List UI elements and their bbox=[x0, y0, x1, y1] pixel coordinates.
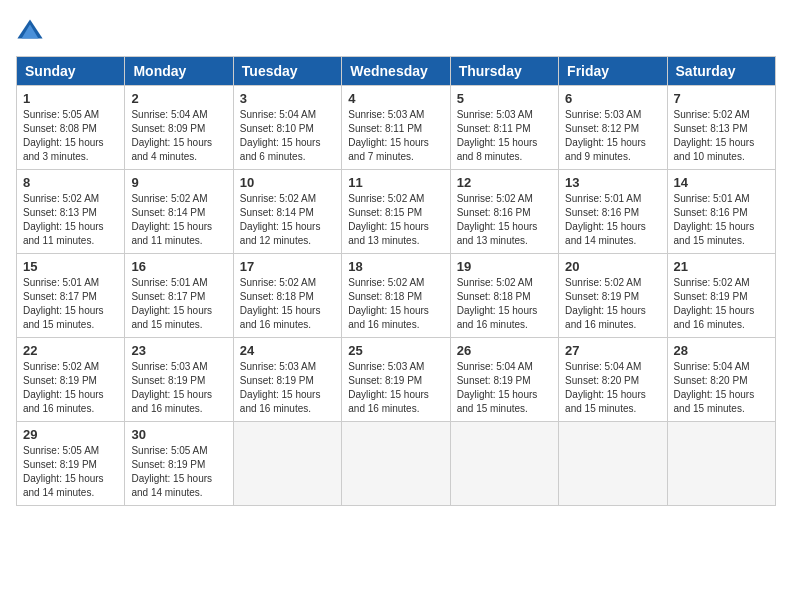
daylight-text: Daylight: 15 hours and 11 minutes. bbox=[131, 221, 212, 246]
calendar-day-cell: 22 Sunrise: 5:02 AM Sunset: 8:19 PM Dayl… bbox=[17, 338, 125, 422]
day-info: Sunrise: 5:03 AM Sunset: 8:19 PM Dayligh… bbox=[131, 360, 226, 416]
sunset-text: Sunset: 8:19 PM bbox=[131, 375, 205, 386]
sunrise-text: Sunrise: 5:02 AM bbox=[674, 109, 750, 120]
page-container: SundayMondayTuesdayWednesdayThursdayFrid… bbox=[16, 16, 776, 506]
sunrise-text: Sunrise: 5:01 AM bbox=[23, 277, 99, 288]
daylight-text: Daylight: 15 hours and 15 minutes. bbox=[131, 305, 212, 330]
weekday-header-saturday: Saturday bbox=[667, 57, 775, 86]
day-info: Sunrise: 5:04 AM Sunset: 8:20 PM Dayligh… bbox=[674, 360, 769, 416]
calendar-day-cell: 7 Sunrise: 5:02 AM Sunset: 8:13 PM Dayli… bbox=[667, 86, 775, 170]
sunrise-text: Sunrise: 5:02 AM bbox=[131, 193, 207, 204]
day-number: 2 bbox=[131, 91, 226, 106]
daylight-text: Daylight: 15 hours and 12 minutes. bbox=[240, 221, 321, 246]
daylight-text: Daylight: 15 hours and 15 minutes. bbox=[674, 221, 755, 246]
calendar-day-cell: 5 Sunrise: 5:03 AM Sunset: 8:11 PM Dayli… bbox=[450, 86, 558, 170]
weekday-header-thursday: Thursday bbox=[450, 57, 558, 86]
day-info: Sunrise: 5:02 AM Sunset: 8:13 PM Dayligh… bbox=[674, 108, 769, 164]
daylight-text: Daylight: 15 hours and 13 minutes. bbox=[457, 221, 538, 246]
day-number: 14 bbox=[674, 175, 769, 190]
day-info: Sunrise: 5:05 AM Sunset: 8:19 PM Dayligh… bbox=[23, 444, 118, 500]
day-info: Sunrise: 5:03 AM Sunset: 8:19 PM Dayligh… bbox=[240, 360, 335, 416]
day-info: Sunrise: 5:02 AM Sunset: 8:19 PM Dayligh… bbox=[565, 276, 660, 332]
sunrise-text: Sunrise: 5:02 AM bbox=[674, 277, 750, 288]
daylight-text: Daylight: 15 hours and 16 minutes. bbox=[131, 389, 212, 414]
day-info: Sunrise: 5:02 AM Sunset: 8:16 PM Dayligh… bbox=[457, 192, 552, 248]
calendar-day-cell bbox=[342, 422, 450, 506]
sunset-text: Sunset: 8:19 PM bbox=[348, 375, 422, 386]
sunset-text: Sunset: 8:19 PM bbox=[240, 375, 314, 386]
day-number: 11 bbox=[348, 175, 443, 190]
day-number: 13 bbox=[565, 175, 660, 190]
sunset-text: Sunset: 8:09 PM bbox=[131, 123, 205, 134]
sunrise-text: Sunrise: 5:02 AM bbox=[23, 361, 99, 372]
daylight-text: Daylight: 15 hours and 10 minutes. bbox=[674, 137, 755, 162]
day-number: 29 bbox=[23, 427, 118, 442]
daylight-text: Daylight: 15 hours and 14 minutes. bbox=[131, 473, 212, 498]
sunrise-text: Sunrise: 5:05 AM bbox=[23, 445, 99, 456]
day-number: 4 bbox=[348, 91, 443, 106]
day-info: Sunrise: 5:03 AM Sunset: 8:11 PM Dayligh… bbox=[457, 108, 552, 164]
day-info: Sunrise: 5:04 AM Sunset: 8:09 PM Dayligh… bbox=[131, 108, 226, 164]
day-info: Sunrise: 5:02 AM Sunset: 8:18 PM Dayligh… bbox=[240, 276, 335, 332]
sunrise-text: Sunrise: 5:04 AM bbox=[240, 109, 316, 120]
daylight-text: Daylight: 15 hours and 11 minutes. bbox=[23, 221, 104, 246]
sunrise-text: Sunrise: 5:01 AM bbox=[131, 277, 207, 288]
day-number: 25 bbox=[348, 343, 443, 358]
calendar-week-row: 8 Sunrise: 5:02 AM Sunset: 8:13 PM Dayli… bbox=[17, 170, 776, 254]
day-number: 26 bbox=[457, 343, 552, 358]
sunset-text: Sunset: 8:16 PM bbox=[674, 207, 748, 218]
sunset-text: Sunset: 8:14 PM bbox=[240, 207, 314, 218]
sunset-text: Sunset: 8:19 PM bbox=[23, 375, 97, 386]
day-number: 12 bbox=[457, 175, 552, 190]
calendar-day-cell: 4 Sunrise: 5:03 AM Sunset: 8:11 PM Dayli… bbox=[342, 86, 450, 170]
calendar-week-row: 29 Sunrise: 5:05 AM Sunset: 8:19 PM Dayl… bbox=[17, 422, 776, 506]
daylight-text: Daylight: 15 hours and 16 minutes. bbox=[240, 305, 321, 330]
sunset-text: Sunset: 8:19 PM bbox=[131, 459, 205, 470]
day-info: Sunrise: 5:03 AM Sunset: 8:19 PM Dayligh… bbox=[348, 360, 443, 416]
calendar-day-cell: 15 Sunrise: 5:01 AM Sunset: 8:17 PM Dayl… bbox=[17, 254, 125, 338]
daylight-text: Daylight: 15 hours and 7 minutes. bbox=[348, 137, 429, 162]
calendar-day-cell: 30 Sunrise: 5:05 AM Sunset: 8:19 PM Dayl… bbox=[125, 422, 233, 506]
calendar-day-cell: 14 Sunrise: 5:01 AM Sunset: 8:16 PM Dayl… bbox=[667, 170, 775, 254]
sunset-text: Sunset: 8:08 PM bbox=[23, 123, 97, 134]
day-info: Sunrise: 5:04 AM Sunset: 8:19 PM Dayligh… bbox=[457, 360, 552, 416]
day-number: 20 bbox=[565, 259, 660, 274]
sunset-text: Sunset: 8:16 PM bbox=[457, 207, 531, 218]
sunset-text: Sunset: 8:19 PM bbox=[674, 291, 748, 302]
sunrise-text: Sunrise: 5:03 AM bbox=[131, 361, 207, 372]
day-info: Sunrise: 5:01 AM Sunset: 8:16 PM Dayligh… bbox=[565, 192, 660, 248]
day-number: 5 bbox=[457, 91, 552, 106]
calendar-day-cell: 17 Sunrise: 5:02 AM Sunset: 8:18 PM Dayl… bbox=[233, 254, 341, 338]
day-info: Sunrise: 5:02 AM Sunset: 8:19 PM Dayligh… bbox=[23, 360, 118, 416]
daylight-text: Daylight: 15 hours and 14 minutes. bbox=[565, 221, 646, 246]
daylight-text: Daylight: 15 hours and 9 minutes. bbox=[565, 137, 646, 162]
day-number: 6 bbox=[565, 91, 660, 106]
day-number: 16 bbox=[131, 259, 226, 274]
calendar-day-cell: 29 Sunrise: 5:05 AM Sunset: 8:19 PM Dayl… bbox=[17, 422, 125, 506]
day-info: Sunrise: 5:04 AM Sunset: 8:10 PM Dayligh… bbox=[240, 108, 335, 164]
weekday-header-tuesday: Tuesday bbox=[233, 57, 341, 86]
daylight-text: Daylight: 15 hours and 3 minutes. bbox=[23, 137, 104, 162]
sunrise-text: Sunrise: 5:02 AM bbox=[565, 277, 641, 288]
day-number: 23 bbox=[131, 343, 226, 358]
daylight-text: Daylight: 15 hours and 6 minutes. bbox=[240, 137, 321, 162]
day-number: 9 bbox=[131, 175, 226, 190]
sunrise-text: Sunrise: 5:02 AM bbox=[457, 193, 533, 204]
daylight-text: Daylight: 15 hours and 16 minutes. bbox=[674, 305, 755, 330]
day-number: 8 bbox=[23, 175, 118, 190]
day-info: Sunrise: 5:02 AM Sunset: 8:19 PM Dayligh… bbox=[674, 276, 769, 332]
sunset-text: Sunset: 8:10 PM bbox=[240, 123, 314, 134]
sunrise-text: Sunrise: 5:02 AM bbox=[457, 277, 533, 288]
day-info: Sunrise: 5:02 AM Sunset: 8:14 PM Dayligh… bbox=[240, 192, 335, 248]
daylight-text: Daylight: 15 hours and 16 minutes. bbox=[348, 389, 429, 414]
calendar-day-cell: 18 Sunrise: 5:02 AM Sunset: 8:18 PM Dayl… bbox=[342, 254, 450, 338]
calendar-day-cell: 11 Sunrise: 5:02 AM Sunset: 8:15 PM Dayl… bbox=[342, 170, 450, 254]
sunrise-text: Sunrise: 5:03 AM bbox=[348, 109, 424, 120]
header bbox=[16, 16, 776, 44]
day-number: 7 bbox=[674, 91, 769, 106]
sunrise-text: Sunrise: 5:04 AM bbox=[674, 361, 750, 372]
daylight-text: Daylight: 15 hours and 16 minutes. bbox=[240, 389, 321, 414]
sunrise-text: Sunrise: 5:03 AM bbox=[565, 109, 641, 120]
day-number: 10 bbox=[240, 175, 335, 190]
day-info: Sunrise: 5:05 AM Sunset: 8:08 PM Dayligh… bbox=[23, 108, 118, 164]
